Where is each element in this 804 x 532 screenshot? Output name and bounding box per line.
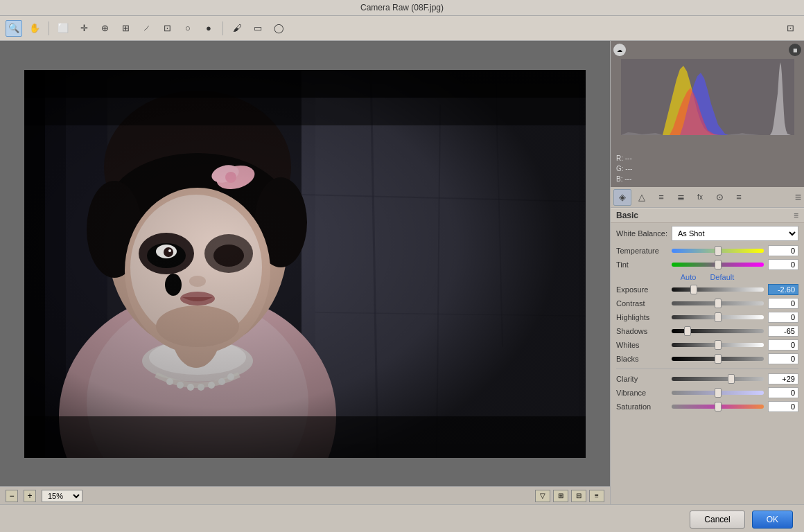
basic-tab[interactable]: ◈ xyxy=(613,189,631,206)
white-balance-label: White Balance: xyxy=(616,229,672,238)
blacks-label: Blacks xyxy=(616,355,672,363)
r-value: --- xyxy=(625,154,632,162)
hand-tool[interactable]: ✋ xyxy=(26,20,43,37)
zoom-minus-btn[interactable]: − xyxy=(6,490,18,502)
shadows-slider-container xyxy=(672,329,764,333)
white-balance-row: White Balance: As Shot Auto Daylight Clo… xyxy=(616,226,798,241)
blacks-value[interactable] xyxy=(768,353,798,364)
blacks-thumb[interactable] xyxy=(715,354,722,364)
filmstrip-btn[interactable]: ⊞ xyxy=(553,490,568,502)
divider xyxy=(616,369,798,369)
saturation-thumb[interactable] xyxy=(715,402,722,411)
clarity-label: Clarity xyxy=(616,375,672,383)
section-title: Basic xyxy=(616,211,638,220)
color-sampler-tool[interactable]: ✛ xyxy=(76,20,92,37)
whites-slider[interactable] xyxy=(672,343,764,347)
image-viewport[interactable] xyxy=(0,41,610,486)
r-label: R: xyxy=(616,154,623,162)
panel-tabs: ◈ △ ≡ ≣ fx ⊙ ≡ ≡ xyxy=(611,187,804,208)
shadows-slider[interactable] xyxy=(672,329,764,333)
contrast-value[interactable] xyxy=(768,298,798,309)
ok-button[interactable]: OK xyxy=(752,511,793,529)
contrast-thumb[interactable] xyxy=(715,299,722,308)
clarity-slider-container xyxy=(672,377,764,381)
spot-removal-tool[interactable]: ○ xyxy=(180,20,196,37)
svg-rect-46 xyxy=(24,416,586,458)
exposure-slider[interactable] xyxy=(672,287,764,292)
highlights-value[interactable] xyxy=(768,312,798,323)
zoom-plus-btn[interactable]: + xyxy=(24,490,36,502)
vibrance-row: Vibrance xyxy=(616,387,798,398)
photo-image xyxy=(24,70,586,458)
tint-thumb[interactable] xyxy=(715,260,722,269)
white-balance-tool[interactable]: ⬜ xyxy=(55,20,71,37)
blacks-slider[interactable] xyxy=(672,357,764,361)
clarity-value[interactable] xyxy=(768,373,798,384)
compare-btn[interactable]: ⊟ xyxy=(571,490,586,502)
exposure-value[interactable] xyxy=(768,284,798,295)
tone-curve-tab[interactable]: △ xyxy=(633,189,651,206)
temperature-slider-container xyxy=(672,249,764,253)
clarity-slider[interactable] xyxy=(672,377,764,381)
panel-more-btn[interactable]: ≡ xyxy=(795,191,801,204)
shadows-thumb[interactable] xyxy=(684,326,691,336)
svg-rect-43 xyxy=(24,70,586,458)
preview-toggle-btn[interactable]: ⊡ xyxy=(782,20,798,37)
zoom-select[interactable]: 15% 25% 50% 100% xyxy=(42,490,82,502)
section-header: Basic ≡ xyxy=(611,208,804,223)
clarity-thumb[interactable] xyxy=(728,374,735,384)
tint-slider[interactable] xyxy=(672,263,764,267)
radial-filter-tool[interactable]: ◯ xyxy=(270,20,287,37)
adjustment-brush-tool[interactable]: 🖌 xyxy=(229,20,245,37)
contrast-slider-container xyxy=(672,301,764,305)
zoom-tool[interactable]: 🔍 xyxy=(6,20,22,37)
saturation-slider[interactable] xyxy=(672,405,764,409)
vibrance-thumb[interactable] xyxy=(715,388,722,398)
vibrance-slider-container xyxy=(672,391,764,395)
auto-link[interactable]: Auto xyxy=(681,273,697,281)
cancel-button[interactable]: Cancel xyxy=(690,511,744,529)
histogram-area: ☁ ◼ xyxy=(611,41,804,152)
shadows-value[interactable] xyxy=(768,326,798,337)
histogram-chart xyxy=(621,59,794,135)
exposure-thumb[interactable] xyxy=(690,285,697,294)
contrast-label: Contrast xyxy=(616,299,672,308)
hsl-tab[interactable]: ≣ xyxy=(672,189,690,206)
filter-btn[interactable]: ▽ xyxy=(535,490,550,502)
saturation-value[interactable] xyxy=(768,401,798,412)
targeted-adjustment-tool[interactable]: ⊕ xyxy=(96,20,113,37)
tint-value[interactable] xyxy=(768,259,798,270)
temperature-row: Temperature xyxy=(616,245,798,256)
white-balance-select[interactable]: As Shot Auto Daylight Cloudy Shade Tungs… xyxy=(672,226,798,241)
lens-corrections-tab[interactable]: ⊙ xyxy=(710,189,728,206)
workflow-btn[interactable]: ≡ xyxy=(589,490,604,502)
transform-tool[interactable]: ⊡ xyxy=(159,20,175,37)
temperature-label: Temperature xyxy=(616,247,672,255)
effects-tab[interactable]: ≡ xyxy=(730,189,748,206)
clipping-shadows-btn[interactable]: ☁ xyxy=(613,44,626,56)
highlights-thumb[interactable] xyxy=(715,312,722,322)
vibrance-slider[interactable] xyxy=(672,391,764,395)
highlights-slider[interactable] xyxy=(672,315,764,319)
straighten-tool[interactable]: ⟋ xyxy=(138,20,155,37)
whites-value[interactable] xyxy=(768,339,798,351)
temperature-slider[interactable] xyxy=(672,249,764,253)
crop-tool[interactable]: ⊞ xyxy=(117,20,134,37)
temperature-value[interactable] xyxy=(768,245,798,256)
vibrance-value[interactable] xyxy=(768,387,798,398)
split-toning-tab[interactable]: fx xyxy=(691,189,709,206)
section-menu-icon[interactable]: ≡ xyxy=(794,211,798,220)
temperature-thumb[interactable] xyxy=(715,246,722,256)
highlights-slider-container xyxy=(672,315,764,319)
svg-rect-47 xyxy=(24,70,45,458)
detail-tab[interactable]: ≡ xyxy=(652,189,670,206)
whites-thumb[interactable] xyxy=(715,340,722,350)
graduated-filter-tool[interactable]: ▭ xyxy=(250,20,266,37)
auto-default-row: Auto Default xyxy=(616,273,798,281)
whites-label: Whites xyxy=(616,341,672,349)
exposure-slider-container xyxy=(672,287,764,292)
red-eye-tool[interactable]: ● xyxy=(200,20,217,37)
default-link[interactable]: Default xyxy=(710,273,734,281)
contrast-slider[interactable] xyxy=(672,301,764,305)
clipping-highlights-btn[interactable]: ◼ xyxy=(789,44,801,56)
